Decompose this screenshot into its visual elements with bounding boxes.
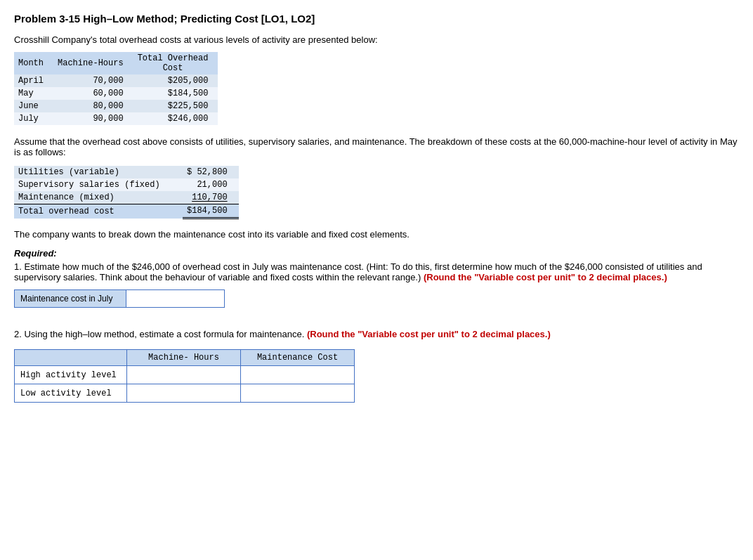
hl-col-label <box>15 350 127 366</box>
table-row: $225,500 <box>133 100 218 112</box>
hl-machine-hours-cell[interactable] <box>127 384 241 403</box>
hl-col-maintenance-cost: Maintenance Cost <box>241 350 355 366</box>
breakdown-table: Utilities (variable)$ 52,800Supervisory … <box>14 166 239 219</box>
table-row: High activity level <box>15 366 355 384</box>
high-low-table: Machine- Hours Maintenance Cost High act… <box>14 349 355 403</box>
required-label: Required: <box>14 248 739 259</box>
hl-row-label: High activity level <box>15 366 127 384</box>
hl-maintenance-cost-cell[interactable] <box>241 384 355 403</box>
question1-text: 1. Estimate how much of the $246,000 of … <box>14 261 739 282</box>
table-row: 90,000 <box>53 112 133 125</box>
list-item: Utilities (variable)$ 52,800 <box>14 166 239 178</box>
question2-text: 2. Using the high–low method, estimate a… <box>14 329 739 339</box>
table-row: $246,000 <box>133 112 218 125</box>
breakdown-value: 110,700 <box>183 191 239 204</box>
table-row: April <box>14 74 53 87</box>
hl-row-label: Low activity level <box>15 384 127 403</box>
breakdown-value: 21,000 <box>183 178 239 191</box>
hl-machine-hours-cell[interactable] <box>127 366 241 384</box>
hl-maintenance-cost-input[interactable] <box>247 370 348 380</box>
hl-maintenance-cost-input[interactable] <box>247 389 348 398</box>
table-row: June <box>14 100 53 112</box>
breakdown-label: Utilities (variable) <box>14 166 183 178</box>
maintenance-input-row: Maintenance cost in July <box>14 289 739 308</box>
breakdown-value: $ 52,800 <box>183 166 239 178</box>
assume-text: Assume that the overhead cost above cons… <box>14 136 739 157</box>
col-overhead-label: Total OverheadCost <box>133 52 218 74</box>
hl-machine-hours-input[interactable] <box>133 370 235 380</box>
table-row: May <box>14 87 53 100</box>
table-row: July <box>14 112 53 125</box>
list-item: Supervisory salaries (fixed)21,000 <box>14 178 239 191</box>
hl-col-machine-hours: Machine- Hours <box>127 350 241 366</box>
breakdown-label: Maintenance (mixed) <box>14 191 183 204</box>
table-row: 60,000 <box>53 87 133 100</box>
table-row: 70,000 <box>53 74 133 87</box>
page-title: Problem 3-15 High–Low Method; Predicting… <box>14 13 739 25</box>
breakdown-value: $184,500 <box>183 204 239 219</box>
table-row: $184,500 <box>133 87 218 100</box>
breakdown-label: Supervisory salaries (fixed) <box>14 178 183 191</box>
table-row: $205,000 <box>133 74 218 87</box>
col-month: Month <box>14 52 53 74</box>
hl-machine-hours-input[interactable] <box>133 389 235 398</box>
hl-maintenance-cost-cell[interactable] <box>241 366 355 384</box>
maintenance-label: Maintenance cost in July <box>14 289 126 308</box>
main-data-table: Month Machine-Hours Total OverheadCost A… <box>14 52 218 125</box>
list-item: Total overhead cost$184,500 <box>14 204 239 219</box>
list-item: Maintenance (mixed)110,700 <box>14 191 239 204</box>
maintenance-cost-input[interactable] <box>126 289 225 308</box>
table-row: Low activity level <box>15 384 355 403</box>
table-row: 80,000 <box>53 100 133 112</box>
company-text: The company wants to break down the main… <box>14 229 739 240</box>
breakdown-label: Total overhead cost <box>14 204 183 219</box>
col-machine-hours: Machine-Hours <box>53 52 133 74</box>
intro-text: Crosshill Company's total overhead costs… <box>14 34 739 45</box>
